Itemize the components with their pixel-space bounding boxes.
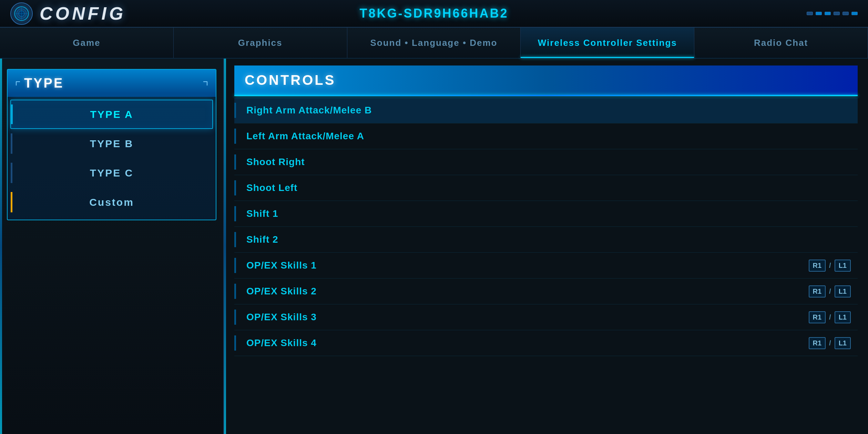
- control-shoot-left[interactable]: Shoot Left: [234, 175, 858, 201]
- type-panel-header: TYPE: [8, 70, 216, 97]
- config-title: CONFIG: [40, 3, 126, 24]
- opex1-mark: [234, 258, 236, 273]
- opex1-badge-r1: R1: [809, 260, 826, 272]
- opex4-sep: /: [829, 339, 831, 347]
- opex4-label: OP/EX Skills 4: [246, 337, 317, 349]
- controls-title: CONTROLS: [245, 72, 336, 88]
- shoot-left-label: Shoot Left: [246, 182, 297, 193]
- opex1-badge-l1: L1: [835, 260, 851, 272]
- tab-wireless[interactable]: Wireless Controller Settings: [521, 28, 694, 58]
- opex2-label: OP/EX Skills 2: [246, 286, 317, 297]
- dot-3: [825, 12, 831, 15]
- opex4-badges: R1 / L1: [809, 337, 851, 349]
- custom-label: Custom: [89, 196, 134, 208]
- dot-1: [807, 12, 813, 15]
- opex3-mark: [234, 310, 236, 325]
- opex1-badges: R1 / L1: [809, 260, 851, 272]
- nav-tabs: Game Graphics Sound • Language • Demo Wi…: [0, 28, 868, 59]
- opex3-badge-l1: L1: [835, 311, 851, 323]
- opex3-sep: /: [829, 313, 831, 321]
- control-opex1[interactable]: OP/EX Skills 1 R1 / L1: [234, 253, 858, 279]
- opex1-sep: /: [829, 262, 831, 270]
- dot-4: [834, 12, 840, 15]
- opex4-badge-l1: L1: [835, 337, 851, 349]
- opex1-label: OP/EX Skills 1: [246, 260, 317, 271]
- left-arm-mark: [234, 129, 236, 144]
- controls-glow-line: [234, 95, 858, 96]
- top-bar: CONFIG T8KG-SDR9H66HAB2: [0, 0, 868, 28]
- left-panel: TYPE TYPE A TYPE B TYPE C: [0, 59, 224, 434]
- controls-header: CONTROLS: [234, 65, 858, 95]
- control-shoot-right[interactable]: Shoot Right: [234, 149, 858, 175]
- left-arm-label: Left Arm Attack/Melee A: [246, 131, 364, 142]
- shoot-right-label: Shoot Right: [246, 157, 305, 168]
- opex2-badges: R1 / L1: [809, 285, 851, 297]
- shift2-label: Shift 2: [246, 234, 278, 245]
- control-opex2[interactable]: OP/EX Skills 2 R1 / L1: [234, 279, 858, 304]
- main-content: TYPE TYPE A TYPE B TYPE C: [0, 59, 868, 434]
- logo-icon: [10, 2, 33, 25]
- shoot-left-mark: [234, 180, 236, 195]
- control-shift2[interactable]: Shift 2: [234, 227, 858, 253]
- shift1-label: Shift 1: [246, 208, 278, 219]
- control-opex3[interactable]: OP/EX Skills 3 R1 / L1: [234, 304, 858, 330]
- tab-sound-lang-demo[interactable]: Sound • Language • Demo: [347, 28, 521, 58]
- type-c-bar: [11, 163, 12, 183]
- shift1-mark: [234, 206, 236, 221]
- type-item-custom[interactable]: Custom: [10, 188, 213, 217]
- type-b-label: TYPE B: [90, 138, 133, 150]
- type-items: TYPE A TYPE B TYPE C Custom: [8, 97, 216, 220]
- shoot-right-mark: [234, 154, 236, 170]
- controls-list: Right Arm Attack/Melee B Left Arm Attack…: [234, 98, 858, 356]
- type-a-label: TYPE A: [90, 109, 133, 120]
- type-c-label: TYPE C: [90, 167, 133, 179]
- right-panel: CONTROLS Right Arm Attack/Melee B Left A…: [224, 59, 868, 434]
- opex4-badge-r1: R1: [809, 337, 826, 349]
- control-right-arm[interactable]: Right Arm Attack/Melee B: [234, 98, 858, 123]
- shift2-mark: [234, 232, 236, 247]
- control-opex4[interactable]: OP/EX Skills 4 R1 / L1: [234, 330, 858, 356]
- right-arm-label: Right Arm Attack/Melee B: [246, 105, 372, 116]
- type-item-b[interactable]: TYPE B: [10, 129, 213, 158]
- type-item-c[interactable]: TYPE C: [10, 158, 213, 188]
- dot-6: [851, 12, 858, 15]
- tab-game[interactable]: Game: [0, 28, 174, 58]
- serial-code: T8KG-SDR9H66HAB2: [359, 6, 508, 21]
- right-arm-mark: [234, 103, 236, 118]
- tab-graphics[interactable]: Graphics: [174, 28, 347, 58]
- opex3-badges: R1 / L1: [809, 311, 851, 323]
- opex2-sep: /: [829, 287, 831, 295]
- opex2-mark: [234, 284, 236, 299]
- top-bar-dots: [807, 12, 858, 15]
- custom-bar: [11, 192, 12, 212]
- opex3-label: OP/EX Skills 3: [246, 312, 317, 323]
- type-b-bar: [11, 133, 12, 153]
- tab-radio-chat[interactable]: Radio Chat: [694, 28, 868, 58]
- dot-5: [843, 12, 849, 15]
- corner-tr: [203, 81, 207, 85]
- control-shift1[interactable]: Shift 1: [234, 201, 858, 227]
- control-left-arm[interactable]: Left Arm Attack/Melee A: [234, 123, 858, 149]
- opex2-badge-l1: L1: [835, 285, 851, 297]
- type-a-bar: [11, 104, 13, 124]
- opex2-badge-r1: R1: [809, 285, 826, 297]
- type-panel: TYPE TYPE A TYPE B TYPE C: [7, 69, 216, 220]
- dot-2: [816, 12, 822, 15]
- opex4-mark: [234, 335, 236, 351]
- type-item-a[interactable]: TYPE A: [10, 100, 213, 129]
- type-panel-title: TYPE: [24, 76, 64, 91]
- opex3-badge-r1: R1: [809, 311, 826, 323]
- corner-tl: [16, 81, 20, 85]
